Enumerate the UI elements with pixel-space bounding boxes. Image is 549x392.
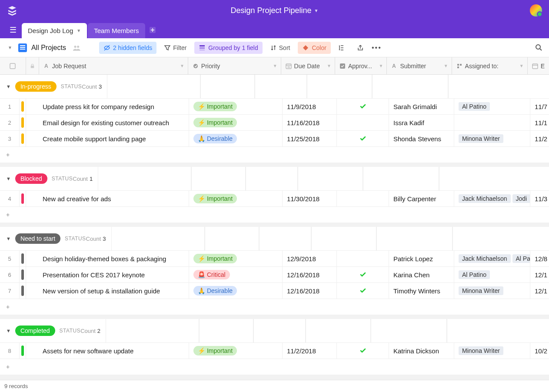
- cell-submitter[interactable]: Katrina Dickson: [389, 343, 454, 359]
- cell-job-request[interactable]: New ad creative for ads: [26, 191, 189, 206]
- assignee-chip[interactable]: Minona Writer: [459, 346, 503, 355]
- cell-priority[interactable]: ⚡ Important: [189, 99, 283, 114]
- cell-priority[interactable]: 🙏 Desirable: [189, 131, 283, 146]
- cell-extra[interactable]: 11/7: [530, 99, 549, 114]
- cell-job-request[interactable]: Email design for existing customer outre…: [26, 115, 189, 130]
- cell-extra[interactable]: 12/1: [530, 267, 549, 282]
- view-name[interactable]: All Projects: [31, 44, 66, 52]
- table-row[interactable]: 3 Create mobile support landing page 🙏 D…: [0, 131, 549, 147]
- cell-extra[interactable]: 12/8: [530, 251, 549, 266]
- cell-priority[interactable]: ⚡ Important: [189, 251, 283, 266]
- assignee-chip[interactable]: Jodi: [512, 194, 531, 203]
- cell-due-date[interactable]: 12/16/2018: [283, 283, 337, 299]
- menu-icon[interactable]: ☰: [5, 22, 21, 38]
- cell-priority[interactable]: ⚡ Important: [189, 343, 283, 359]
- cell-due-date[interactable]: 11/9/2018: [283, 99, 337, 114]
- collapse-icon[interactable]: ▼: [6, 84, 11, 89]
- cell-job-request[interactable]: Assets for new software update: [26, 343, 189, 359]
- cell-assigned[interactable]: Jack Michaelson Jodi: [454, 191, 530, 206]
- group-header[interactable]: ▼ In-progress STATUS Count3: [0, 75, 549, 99]
- column-submitter[interactable]: A Submitter ▼: [387, 57, 452, 74]
- cell-assigned[interactable]: [454, 115, 530, 130]
- assignee-chip[interactable]: Jack Michaelson: [459, 194, 511, 203]
- cell-assigned[interactable]: Al Patino: [454, 267, 530, 282]
- table-row[interactable]: 6 Presentation for CES 2017 keynote 🚨 Cr…: [0, 267, 549, 283]
- view-switcher-caret[interactable]: ▼: [6, 43, 14, 52]
- filter-button[interactable]: Filter: [161, 42, 190, 54]
- tab-team-members[interactable]: Team Members: [88, 23, 145, 38]
- cell-approved[interactable]: [337, 99, 389, 114]
- cell-submitter[interactable]: Patrick Lopez: [389, 251, 454, 266]
- table-row[interactable]: 4 New ad creative for ads ⚡ Important 11…: [0, 191, 549, 207]
- cell-assigned[interactable]: Minona Writer: [454, 131, 530, 146]
- collapse-icon[interactable]: ▼: [6, 176, 11, 181]
- add-row-button[interactable]: +: [0, 207, 549, 223]
- cell-submitter[interactable]: Issra Kadif: [389, 115, 454, 130]
- cell-due-date[interactable]: 11/2/2018: [283, 343, 337, 359]
- collapse-icon[interactable]: ▼: [6, 328, 11, 333]
- cell-priority[interactable]: ⚡ Important: [189, 115, 283, 130]
- tab-design-job-log[interactable]: Design Job Log ▼: [22, 23, 87, 38]
- cell-priority[interactable]: ⚡ Important: [189, 191, 283, 206]
- assignee-chip[interactable]: Minona Writer: [459, 286, 503, 295]
- add-tab-button[interactable]: [146, 23, 159, 38]
- assignee-chip[interactable]: Jack Michaelson: [459, 254, 511, 263]
- grid-view-icon[interactable]: [18, 43, 27, 52]
- table-row[interactable]: 7 New version of setup & installation gu…: [0, 283, 549, 299]
- cell-job-request[interactable]: Update press kit for company redesign: [26, 99, 189, 114]
- column-due-date[interactable]: 31 Due Date ▼: [281, 57, 335, 74]
- add-row-button[interactable]: +: [0, 147, 549, 163]
- collapse-icon[interactable]: ▼: [6, 236, 11, 241]
- sort-button[interactable]: Sort: [267, 42, 294, 54]
- cell-due-date[interactable]: 12/16/2018: [283, 267, 337, 282]
- cell-approved[interactable]: [337, 131, 389, 146]
- color-button[interactable]: Color: [298, 42, 330, 54]
- cell-due-date[interactable]: 11/25/2018: [283, 131, 337, 146]
- cell-approved[interactable]: [337, 343, 389, 359]
- select-all-checkbox[interactable]: [0, 57, 26, 74]
- table-row[interactable]: 5 Design holiday-themed boxes & packagin…: [0, 251, 549, 267]
- cell-approved[interactable]: [337, 191, 389, 206]
- base-title[interactable]: Design Project Pipeline ▼: [230, 6, 318, 15]
- more-options-button[interactable]: •••: [372, 44, 382, 52]
- table-row[interactable]: 2 Email design for existing customer out…: [0, 115, 549, 131]
- group-header[interactable]: ▼ Completed STATUS Count2: [0, 319, 549, 343]
- user-avatar[interactable]: [530, 4, 542, 17]
- column-job-request[interactable]: A Job Request ▼: [39, 57, 188, 74]
- cell-submitter[interactable]: Shonda Stevens: [389, 131, 454, 146]
- cell-job-request[interactable]: Presentation for CES 2017 keynote: [26, 267, 189, 282]
- collaborators-icon[interactable]: [73, 44, 82, 51]
- assignee-chip[interactable]: Minona Writer: [459, 134, 503, 143]
- assignee-chip[interactable]: Al Patino: [459, 270, 490, 279]
- cell-approved[interactable]: [337, 251, 389, 266]
- table-row[interactable]: 8 Assets for new software update ⚡ Impor…: [0, 343, 549, 359]
- cell-submitter[interactable]: Timothy Winters: [389, 283, 454, 299]
- add-row-button[interactable]: +: [0, 359, 549, 375]
- hidden-fields-button[interactable]: 2 hidden fields: [99, 42, 156, 54]
- cell-approved[interactable]: [337, 283, 389, 299]
- cell-priority[interactable]: 🙏 Desirable: [189, 283, 283, 299]
- cell-assigned[interactable]: Jack Michaelson Al Pa: [454, 251, 530, 266]
- cell-priority[interactable]: 🚨 Critical: [189, 267, 283, 282]
- cell-due-date[interactable]: 11/30/2018: [283, 191, 337, 206]
- cell-submitter[interactable]: Billy Carpenter: [389, 191, 454, 206]
- cell-submitter[interactable]: Karina Chen: [389, 267, 454, 282]
- cell-assigned[interactable]: Al Patino: [454, 99, 530, 114]
- cell-due-date[interactable]: 11/16/2018: [283, 115, 337, 130]
- cell-assigned[interactable]: Minona Writer: [454, 343, 530, 359]
- cell-extra[interactable]: 10/2: [530, 343, 549, 359]
- group-header[interactable]: ▼ Need to start STATUS Count3: [0, 227, 549, 251]
- share-button[interactable]: [353, 42, 367, 54]
- table-row[interactable]: 1 Update press kit for company redesign …: [0, 99, 549, 115]
- cell-assigned[interactable]: Minona Writer: [454, 283, 530, 299]
- cell-approved[interactable]: [337, 115, 389, 130]
- app-logo-icon[interactable]: [7, 5, 17, 16]
- assignee-chip[interactable]: Al Pa: [512, 254, 531, 263]
- cell-job-request[interactable]: Design holiday-themed boxes & packaging: [26, 251, 189, 266]
- cell-due-date[interactable]: 12/9/2018: [283, 251, 337, 266]
- cell-approved[interactable]: [337, 267, 389, 282]
- column-assigned-to[interactable]: Assigned to: ▼: [452, 57, 528, 74]
- cell-job-request[interactable]: New version of setup & installation guid…: [26, 283, 189, 299]
- cell-extra[interactable]: 11/2: [530, 131, 549, 146]
- cell-extra[interactable]: 11/3: [530, 191, 549, 206]
